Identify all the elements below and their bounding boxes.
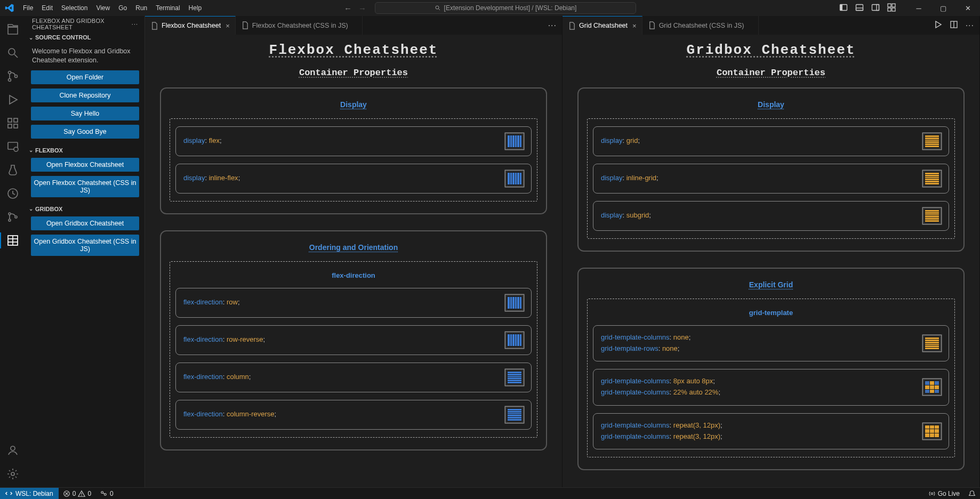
code-snippet: display: flex; (183, 135, 222, 147)
sidebar-button[interactable]: Open Gridbox Cheatsheet (31, 216, 139, 230)
section-header[interactable]: ⌄SOURCE CONTROL (26, 32, 144, 43)
chevron-down-icon: ⌄ (29, 206, 33, 212)
group-title: Explicit Grid (587, 280, 955, 289)
chevron-down-icon: ⌄ (29, 147, 33, 153)
more-icon[interactable]: ··· (132, 21, 138, 27)
status-bar: WSL: Debian 0 0 0 Go Live (0, 487, 980, 499)
timeline-icon[interactable] (0, 183, 26, 204)
layout-sidebar-right-icon[interactable] (871, 3, 880, 13)
accounts-icon[interactable] (0, 440, 26, 461)
svg-rect-20 (14, 118, 18, 122)
svg-rect-11 (892, 8, 895, 11)
property-row[interactable]: grid-template-columns: repeat(3, 12px);g… (593, 413, 949, 449)
editor-tab[interactable]: Flexbox Cheatsheet (CSS in JS)× (236, 16, 363, 35)
editor-tab[interactable]: Flexbox Cheatsheet× (145, 16, 236, 35)
editor-tab[interactable]: Grid Cheatsheet (CSS in JS)× (642, 16, 759, 35)
layout-panel-icon[interactable] (855, 3, 864, 13)
more-icon[interactable]: ··· (548, 21, 557, 30)
property-row[interactable]: display: inline-grid; (593, 164, 949, 194)
layout-sidebar-left-icon[interactable] (839, 3, 848, 13)
menu-edit[interactable]: Edit (38, 2, 57, 14)
svg-line-13 (14, 54, 18, 58)
nav-forward-icon[interactable]: → (358, 4, 366, 13)
run-icon[interactable] (934, 20, 942, 31)
editor-tab[interactable]: Grid Cheatsheet× (563, 16, 642, 35)
title-bar: FileEditSelectionViewGoRunTerminalHelp ←… (0, 0, 980, 16)
menu-terminal[interactable]: Terminal (152, 2, 183, 14)
close-icon[interactable]: × (632, 22, 637, 30)
remote-explorer-icon[interactable] (0, 136, 26, 157)
svg-point-41 (105, 494, 107, 496)
demo-graphic-icon (505, 295, 524, 311)
source-control-icon[interactable] (0, 66, 26, 86)
split-editor-icon[interactable] (950, 20, 958, 31)
svg-point-31 (11, 446, 15, 450)
git-graph-icon[interactable] (0, 207, 26, 227)
property-row[interactable]: display: grid; (593, 126, 949, 156)
menu-view[interactable]: View (92, 2, 114, 14)
nav-back-icon[interactable]: ← (344, 4, 352, 13)
svg-rect-5 (856, 8, 863, 11)
property-row[interactable]: flex-direction: row; (175, 288, 532, 318)
property-row[interactable]: display: subgrid; (593, 201, 949, 231)
go-live-button[interactable]: Go Live (924, 488, 964, 499)
svg-rect-8 (888, 4, 891, 7)
ports-indicator[interactable]: 0 (95, 488, 118, 499)
menu-run[interactable]: Run (132, 2, 151, 14)
section-header[interactable]: ⌄FLEXBOX (26, 145, 144, 156)
sidebar-button[interactable]: Say Good Bye (31, 125, 139, 139)
svg-point-12 (9, 49, 15, 55)
problems-indicator[interactable]: 0 0 (59, 488, 95, 499)
group-title: Display (587, 100, 955, 109)
layout-customize-icon[interactable] (887, 3, 896, 13)
window-maximize-icon[interactable]: ▢ (931, 0, 955, 16)
svg-rect-7 (877, 4, 879, 10)
remote-indicator[interactable]: WSL: Debian (0, 488, 59, 499)
close-icon[interactable]: × (226, 22, 230, 30)
property-row[interactable]: display: flex; (175, 126, 532, 156)
demo-graphic-icon (505, 407, 524, 423)
code-snippet: display: grid; (601, 135, 640, 147)
explorer-icon[interactable] (0, 19, 26, 39)
property-row[interactable]: display: inline-flex; (175, 164, 532, 194)
more-icon[interactable]: ··· (966, 21, 974, 30)
testing-icon[interactable] (0, 160, 26, 180)
file-icon (568, 22, 576, 30)
search-icon[interactable] (0, 43, 26, 63)
window-close-icon[interactable]: ✕ (955, 0, 980, 16)
svg-point-40 (101, 492, 103, 494)
code-snippet: flex-direction: column-reverse; (183, 409, 276, 420)
extensions-icon[interactable] (0, 113, 26, 133)
property-row[interactable]: flex-direction: column-reverse; (175, 400, 532, 430)
svg-rect-18 (8, 124, 12, 128)
cheatsheet-view-icon[interactable] (0, 230, 26, 251)
sidebar-button[interactable]: Open Folder (31, 70, 139, 84)
svg-rect-9 (892, 4, 895, 7)
svg-point-26 (15, 216, 17, 218)
property-row[interactable]: grid-template-columns: none;grid-templat… (593, 325, 949, 361)
sidebar-button[interactable]: Open Flexbox Cheatsheet (31, 158, 139, 172)
demo-graphic-icon (923, 423, 941, 439)
section-header[interactable]: ⌄GRIDBOX (26, 204, 144, 214)
menu-help[interactable]: Help (185, 2, 206, 14)
sidebar-button[interactable]: Clone Repository (31, 88, 139, 102)
group-title: Ordering and Orientation (170, 243, 537, 252)
run-debug-icon[interactable] (0, 90, 26, 110)
window-minimize-icon[interactable]: ─ (906, 0, 931, 16)
svg-point-24 (9, 213, 11, 215)
chevron-down-icon: ⌄ (29, 35, 33, 41)
sidebar-button[interactable]: Say Hello (31, 107, 139, 120)
menu-selection[interactable]: Selection (58, 2, 91, 14)
sidebar-button[interactable]: Open Gridbox Cheatsheet (CSS in JS) (31, 235, 139, 256)
property-row[interactable]: grid-template-columns: 8px auto 8px;grid… (593, 369, 949, 405)
property-row[interactable]: flex-direction: column; (175, 363, 532, 392)
menu-go[interactable]: Go (115, 2, 131, 14)
file-icon (648, 21, 656, 29)
settings-gear-icon[interactable] (0, 464, 26, 484)
menu-file[interactable]: File (19, 2, 37, 14)
command-center-search[interactable]: [Extension Development Host] / [WSL: Deb… (375, 2, 636, 14)
svg-point-16 (15, 75, 18, 78)
sidebar-button[interactable]: Open Flexbox Cheatsheet (CSS in JS) (31, 176, 139, 197)
property-row[interactable]: flex-direction: row-reverse; (175, 325, 532, 355)
notifications-icon[interactable] (964, 488, 980, 499)
